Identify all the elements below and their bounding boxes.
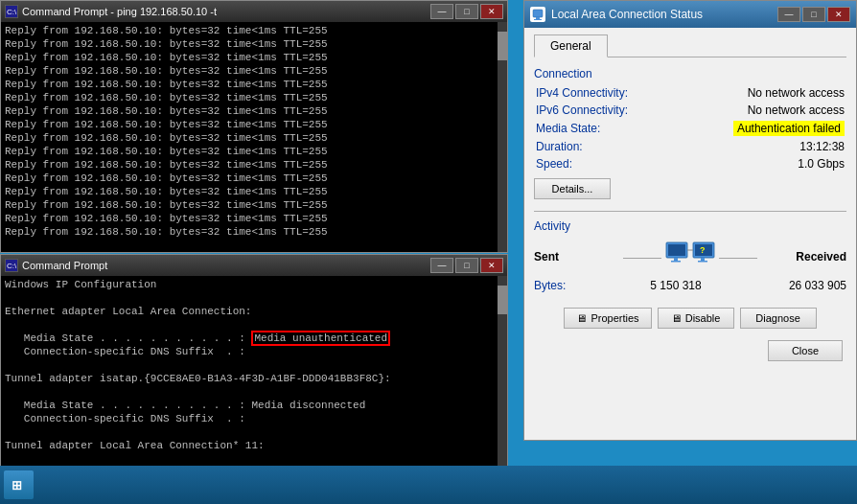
close-button[interactable]: ✕ xyxy=(480,4,503,19)
ipv4-label: IPv4 Connectivity: xyxy=(536,86,651,100)
cmd-icon: C:\ xyxy=(5,5,18,18)
bytes-label: Bytes: xyxy=(534,279,591,292)
cmd-icon2: C:\ xyxy=(5,259,18,272)
properties-icon: 🖥 xyxy=(576,312,587,324)
details-button-container: Details... xyxy=(534,178,846,199)
start-icon: ⊞ xyxy=(12,478,22,493)
disable-button[interactable]: 🖥 Disable xyxy=(658,308,734,329)
svg-text:?: ? xyxy=(700,245,706,255)
duration-value: 13:12:38 xyxy=(799,140,845,153)
titlebar-controls2: — □ ✕ xyxy=(430,258,503,273)
lan-controls: — □ ✕ xyxy=(777,7,850,22)
svg-rect-2 xyxy=(534,19,542,20)
bytes-received-value: 26 033 905 xyxy=(760,279,846,292)
cmd-ipconfig-titlebar[interactable]: C:\ Command Prompt — □ ✕ xyxy=(1,255,507,276)
bytes-row: Bytes: 5 150 318 26 033 905 xyxy=(534,279,846,292)
lan-close[interactable]: ✕ xyxy=(827,7,850,22)
media-state-row: Media State: Authentication failed xyxy=(534,121,846,136)
svg-rect-0 xyxy=(533,10,543,17)
lan-titlebar[interactable]: Local Area Connection Status — □ ✕ xyxy=(524,1,856,28)
cmd-ping-window: C:\ Command Prompt - ping 192.168.50.10 … xyxy=(0,0,508,253)
lan-status-window: Local Area Connection Status — □ ✕ Gener… xyxy=(523,0,857,441)
activity-section: Activity Sent ———— xyxy=(534,219,846,292)
ipv6-value: No network access xyxy=(748,103,845,117)
sent-header: Sent xyxy=(534,250,591,263)
duration-label: Duration: xyxy=(536,140,651,153)
svg-rect-10 xyxy=(698,261,707,263)
bytes-sent-value: 5 150 318 xyxy=(591,279,760,292)
ipv4-row: IPv4 Connectivity: No network access xyxy=(534,86,846,100)
media-state-label: Media State: xyxy=(536,122,651,135)
network-visual: ———— xyxy=(623,239,757,275)
svg-rect-5 xyxy=(674,258,678,261)
details-button[interactable]: Details... xyxy=(534,178,611,199)
close-button2[interactable]: ✕ xyxy=(480,258,503,273)
close-button-row: Close xyxy=(534,340,846,361)
cmd-ping-content: Reply from 192.168.50.10: bytes=32 time<… xyxy=(1,22,507,252)
network-computers-icon: ? xyxy=(665,239,715,275)
scrollbar-thumb[interactable] xyxy=(498,32,507,60)
svg-rect-9 xyxy=(701,258,705,261)
media-state-value: Authentication failed xyxy=(733,121,845,136)
minimize-button2[interactable]: — xyxy=(430,258,453,273)
ping-output: Reply from 192.168.50.10: bytes=32 time<… xyxy=(5,24,503,239)
speed-label: Speed: xyxy=(536,157,651,171)
ipv6-row: IPv6 Connectivity: No network access xyxy=(534,103,846,117)
cmd-ping-titlebar[interactable]: C:\ Command Prompt - ping 192.168.50.10 … xyxy=(1,1,507,22)
diagnose-button[interactable]: Diagnose xyxy=(740,308,817,329)
cmd-ipconfig-title: Command Prompt xyxy=(22,260,430,271)
lan-minimize[interactable]: — xyxy=(777,7,800,22)
received-header: Received xyxy=(789,250,846,263)
maximize-button2[interactable]: □ xyxy=(455,258,478,273)
received-dash: ———— xyxy=(719,252,757,263)
speed-row: Speed: 1.0 Gbps xyxy=(534,157,846,171)
minimize-button[interactable]: — xyxy=(430,4,453,19)
ipv4-value: No network access xyxy=(748,86,845,100)
separator xyxy=(534,211,846,212)
svg-rect-1 xyxy=(536,17,540,19)
taskbar: ⊞ xyxy=(0,466,857,504)
disable-label: Disable xyxy=(685,312,721,324)
activity-header-row: Sent ———— xyxy=(534,239,846,275)
properties-label: Properties xyxy=(591,312,638,324)
start-button[interactable]: ⊞ xyxy=(4,470,34,499)
properties-button[interactable]: 🖥 Properties xyxy=(564,308,651,329)
cmd-ping-title: Command Prompt - ping 192.168.50.10 -t xyxy=(22,6,430,17)
lan-content: General Connection IPv4 Connectivity: No… xyxy=(524,28,856,367)
lan-maximize[interactable]: □ xyxy=(802,7,825,22)
svg-rect-6 xyxy=(671,261,681,263)
activity-label: Activity xyxy=(534,219,846,233)
tab-bar: General xyxy=(534,34,846,57)
maximize-button[interactable]: □ xyxy=(455,4,478,19)
scrollbar[interactable] xyxy=(498,22,507,252)
connection-section-label: Connection xyxy=(534,67,846,80)
speed-value: 1.0 Gbps xyxy=(798,157,845,171)
ipv6-label: IPv6 Connectivity: xyxy=(536,103,651,117)
scrollbar-thumb2[interactable] xyxy=(498,286,507,314)
diagnose-label: Diagnose xyxy=(755,312,799,324)
tab-general[interactable]: General xyxy=(534,34,608,57)
lan-title: Local Area Connection Status xyxy=(551,8,777,21)
duration-row: Duration: 13:12:38 xyxy=(534,140,846,153)
svg-rect-4 xyxy=(668,244,685,256)
disable-icon: 🖥 xyxy=(671,312,682,324)
window-close-button[interactable]: Close xyxy=(768,340,843,361)
sent-dash: ———— xyxy=(623,252,661,263)
titlebar-controls: — □ ✕ xyxy=(430,4,503,19)
network-icon-title xyxy=(530,7,545,22)
action-buttons: 🖥 Properties 🖥 Disable Diagnose xyxy=(534,308,846,329)
connection-section: Connection IPv4 Connectivity: No network… xyxy=(534,67,846,199)
